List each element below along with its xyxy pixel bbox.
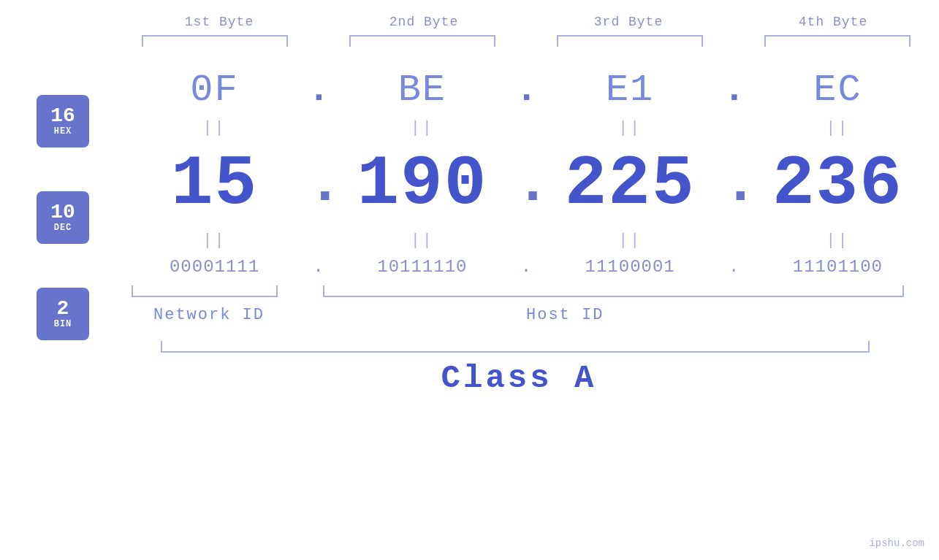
bracket-network (132, 285, 278, 297)
badge-bin-number: 2 (57, 299, 69, 319)
badge-dec-number: 10 (50, 202, 75, 223)
top-bracket-1 (142, 35, 288, 47)
hex-value-3: E1 (557, 69, 703, 112)
eq-1-bot: || (142, 231, 288, 250)
bin-value-2: 10111110 (349, 257, 495, 277)
dec-value-3: 225 (557, 145, 703, 224)
hex-value-4: EC (764, 69, 911, 112)
bin-value-1: 00001111 (142, 257, 288, 277)
dot-dec-1: . (308, 151, 330, 218)
host-id-label: Host ID (526, 306, 604, 324)
badge-hex-label: HEX (54, 126, 72, 137)
badge-dec-label: DEC (54, 223, 72, 233)
bin-value-3: 11100001 (557, 257, 703, 277)
hex-value-2: BE (349, 69, 495, 112)
eq-2-bot: || (349, 231, 495, 250)
top-bracket-2 (349, 35, 495, 47)
badge-bin-label: BIN (54, 319, 72, 329)
dot-bin-1: . (308, 257, 330, 277)
dot-3: . (723, 69, 745, 112)
top-bracket-4 (764, 35, 911, 47)
dec-value-1: 15 (142, 145, 288, 224)
badge-dec: 10 DEC (37, 191, 89, 244)
top-bracket-3 (557, 35, 703, 47)
badge-bin: 2 BIN (37, 288, 89, 340)
class-bracket (161, 341, 870, 353)
bracket-host (323, 285, 904, 297)
byte-header-4: 4th Byte (749, 15, 917, 29)
watermark: ipshu.com (869, 537, 924, 549)
dec-value-4: 236 (764, 145, 911, 224)
dot-bin-2: . (515, 257, 537, 277)
eq-3-top: || (557, 119, 703, 137)
page: 16 HEX 10 DEC 2 BIN 1st Byte 2nd Byte 3r… (0, 0, 939, 560)
byte-header-2: 2nd Byte (340, 15, 508, 29)
badge-hex: 16 HEX (37, 95, 89, 147)
hex-value-1: 0F (142, 69, 288, 112)
network-id-label: Network ID (153, 306, 265, 324)
badge-hex-number: 16 (50, 106, 75, 126)
badge-column: 16 HEX 10 DEC 2 BIN (37, 95, 89, 340)
dot-2: . (515, 69, 537, 112)
dec-value-2: 190 (349, 145, 495, 224)
dot-dec-3: . (723, 151, 745, 218)
dot-1: . (308, 69, 330, 112)
eq-3-bot: || (557, 231, 703, 250)
eq-1-top: || (142, 119, 288, 137)
bin-value-4: 11101100 (764, 257, 911, 277)
byte-header-3: 3rd Byte (544, 15, 712, 29)
eq-4-top: || (764, 119, 911, 137)
dot-bin-3: . (723, 257, 745, 277)
class-label: Class A (117, 360, 921, 396)
byte-header-1: 1st Byte (135, 15, 303, 29)
dot-dec-2: . (515, 151, 537, 218)
eq-4-bot: || (764, 231, 911, 250)
eq-2-top: || (349, 119, 495, 137)
